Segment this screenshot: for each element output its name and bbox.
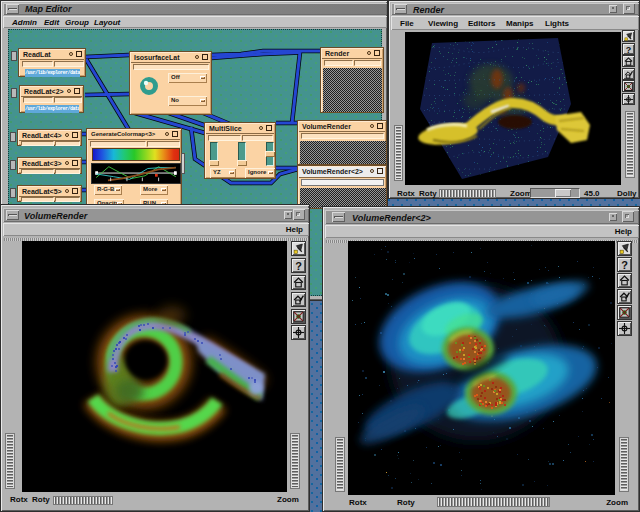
svg-text:?: ?: [621, 259, 628, 270]
svg-text:?: ?: [626, 45, 632, 54]
svg-text:?: ?: [295, 260, 302, 271]
